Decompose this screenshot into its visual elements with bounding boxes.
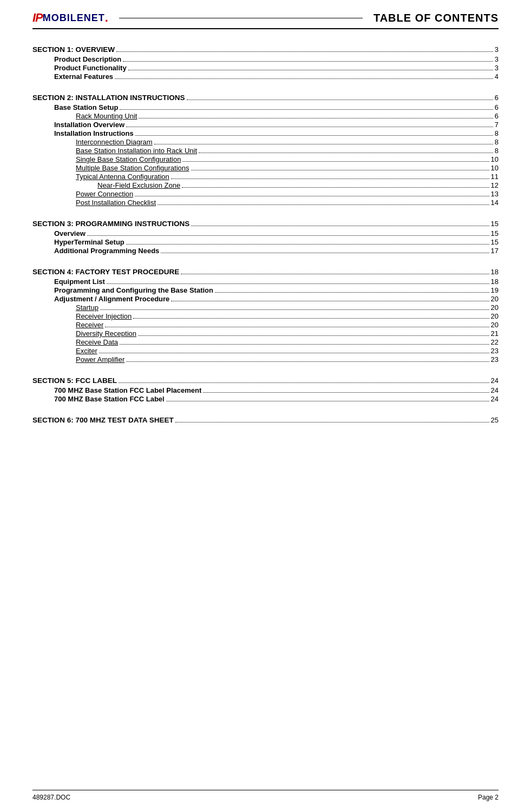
item-dots bbox=[120, 344, 489, 345]
toc-item: Programming and Configuring the Base Sta… bbox=[32, 286, 499, 294]
item-dots bbox=[120, 109, 493, 110]
item-dots bbox=[191, 170, 489, 170]
item-dots bbox=[158, 204, 489, 205]
item-page: 23 bbox=[491, 355, 499, 364]
section-6-page: 25 bbox=[491, 416, 499, 424]
item-page: 18 bbox=[491, 278, 499, 286]
footer-doc-number: 489287.DOC bbox=[32, 794, 70, 801]
section-2-block: SECTION 2: INSTALLATION INSTRUCTIONS 6 B… bbox=[32, 94, 499, 207]
item-page: 8 bbox=[495, 129, 499, 137]
item-label: Installation Overview bbox=[54, 121, 124, 129]
item-page: 3 bbox=[495, 55, 499, 63]
toc-item: External Features 4 bbox=[32, 72, 499, 81]
section-5-page: 24 bbox=[491, 377, 499, 385]
item-label: HyperTerminal Setup bbox=[54, 238, 124, 246]
item-page: 8 bbox=[495, 138, 499, 146]
toc-item: Exciter 23 bbox=[32, 347, 499, 355]
item-page: 12 bbox=[491, 181, 499, 189]
section-4-page: 18 bbox=[491, 268, 499, 276]
toc-item: Receiver Injection 20 bbox=[32, 312, 499, 320]
item-dots bbox=[105, 327, 489, 327]
item-label-power-connection: Power Connection bbox=[76, 190, 133, 198]
section-3-heading-line: SECTION 3: PROGRAMMING INSTRUCTIONS 15 bbox=[32, 220, 499, 229]
item-dots bbox=[135, 135, 493, 136]
item-dots bbox=[100, 309, 489, 310]
toc-item: Base Station Setup 6 bbox=[32, 103, 499, 111]
item-page: 23 bbox=[491, 347, 499, 355]
item-page: 15 bbox=[491, 229, 499, 237]
item-dots bbox=[126, 127, 493, 127]
section-1-heading: SECTION 1: OVERVIEW bbox=[32, 45, 115, 54]
item-label: Product Functionality bbox=[54, 64, 127, 72]
item-label-post-installation: Post Installation Checklist bbox=[76, 199, 156, 207]
item-page: 6 bbox=[495, 112, 499, 120]
toc-content: SECTION 1: OVERVIEW 3 Product Descriptio… bbox=[32, 45, 499, 425]
item-dots bbox=[182, 187, 489, 188]
item-page: 3 bbox=[495, 64, 499, 72]
item-label: Installation Instructions bbox=[54, 129, 134, 137]
item-label: Base Station Installation into Rack Unit bbox=[76, 147, 197, 155]
section-6-dots bbox=[175, 422, 489, 422]
item-label: Product Description bbox=[54, 55, 121, 63]
toc-item: Equipment List 18 bbox=[32, 278, 499, 286]
item-label: Adjustment / Alignment Procedure bbox=[54, 295, 169, 303]
section-2-heading: SECTION 2: INSTALLATION INSTRUCTIONS bbox=[32, 94, 185, 102]
section-1-page: 3 bbox=[495, 45, 499, 54]
section-2-dots bbox=[187, 100, 493, 100]
item-label-power-amplifier: Power Amplifier bbox=[76, 355, 124, 364]
item-dots bbox=[203, 392, 489, 393]
item-page: 20 bbox=[491, 303, 499, 312]
item-dots bbox=[199, 153, 493, 153]
logo-dot: . bbox=[105, 11, 108, 25]
item-page: 6 bbox=[495, 103, 499, 111]
item-page: 7 bbox=[495, 121, 499, 129]
section-6-heading: SECTION 6: 700 MHZ TEST DATA SHEET bbox=[32, 416, 174, 424]
item-label: Receiver Injection bbox=[76, 312, 132, 320]
section-1-block: SECTION 1: OVERVIEW 3 Product Descriptio… bbox=[32, 45, 499, 81]
item-dots bbox=[182, 161, 489, 162]
page-container: IP MOBILENET . TABLE OF CONTENTS SECTION… bbox=[0, 0, 531, 812]
toc-item: Product Functionality 3 bbox=[32, 64, 499, 72]
page-header: IP MOBILENET . TABLE OF CONTENTS bbox=[32, 11, 499, 29]
section-3-block: SECTION 3: PROGRAMMING INSTRUCTIONS 15 O… bbox=[32, 220, 499, 255]
section-5-heading: SECTION 5: FCC LABEL bbox=[32, 377, 117, 385]
section-4-dots bbox=[181, 274, 489, 274]
toc-item: 700 MHZ Base Station FCC Label 24 bbox=[32, 395, 499, 403]
item-label: Receive Data bbox=[76, 338, 118, 346]
item-dots bbox=[87, 235, 489, 236]
page-title: TABLE OF CONTENTS bbox=[373, 12, 499, 24]
section-1-heading-line: SECTION 1: OVERVIEW 3 bbox=[32, 45, 499, 55]
item-label: 700 MHZ Base Station FCC Label bbox=[54, 395, 165, 403]
section-1-dots bbox=[116, 51, 493, 52]
item-dots bbox=[128, 70, 493, 70]
item-page: 4 bbox=[495, 72, 499, 81]
toc-item-power-connection: Power Connection 13 bbox=[32, 190, 499, 198]
item-page: 15 bbox=[491, 238, 499, 246]
item-page: 14 bbox=[491, 199, 499, 207]
section-6-heading-line: SECTION 6: 700 MHZ TEST DATA SHEET 25 bbox=[32, 416, 499, 425]
item-dots bbox=[154, 144, 493, 144]
item-page: 8 bbox=[495, 147, 499, 155]
item-label: Multiple Base Station Configurations bbox=[76, 164, 189, 172]
item-dots bbox=[133, 318, 489, 319]
item-page: 20 bbox=[491, 321, 499, 329]
section-3-page: 15 bbox=[491, 220, 499, 228]
item-label: Programming and Configuring the Base Sta… bbox=[54, 286, 213, 294]
toc-item: Overview 15 bbox=[32, 229, 499, 237]
logo-area: IP MOBILENET . bbox=[32, 11, 373, 25]
toc-item: Single Base Station Configuration 10 bbox=[32, 155, 499, 163]
toc-item: Installation Instructions 8 bbox=[32, 129, 499, 137]
page-footer: 489287.DOC Page 2 bbox=[32, 790, 499, 801]
item-page: 17 bbox=[491, 247, 499, 255]
item-label: Near-Field Exclusion Zone bbox=[97, 181, 180, 189]
section-4-heading-line: SECTION 4: FACTORY TEST PROCEDURE 18 bbox=[32, 268, 499, 277]
toc-item-diversity-reception: Diversity Reception 21 bbox=[32, 329, 499, 338]
toc-item-power-amplifier: Power Amplifier 23 bbox=[32, 355, 499, 364]
section-3-heading: SECTION 3: PROGRAMMING INSTRUCTIONS bbox=[32, 220, 189, 228]
item-dots bbox=[171, 301, 489, 301]
section-4-heading: SECTION 4: FACTORY TEST PROCEDURE bbox=[32, 268, 179, 276]
item-page: 24 bbox=[491, 395, 499, 403]
section-2-page: 6 bbox=[495, 94, 499, 102]
item-page: 20 bbox=[491, 295, 499, 303]
toc-item: Product Description 3 bbox=[32, 55, 499, 63]
